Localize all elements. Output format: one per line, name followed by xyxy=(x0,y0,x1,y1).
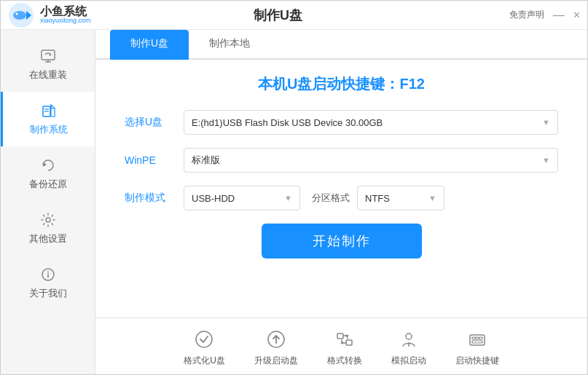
split-selects: USB-HDD ▼ 分区格式 NTFS ▼ xyxy=(184,186,558,210)
winpe-row: WinPE 标准版 ▼ xyxy=(125,148,558,173)
mode-label: 制作模式 xyxy=(125,192,172,205)
sidebar-item-about-us[interactable]: 关于我们 xyxy=(1,256,95,310)
simulate-boot-icon xyxy=(397,328,420,351)
partition-arrow: ▼ xyxy=(428,194,436,202)
sidebar-item-backup-restore[interactable]: 备份还原 xyxy=(1,146,95,201)
mode-partition-row: 制作模式 USB-HDD ▼ 分区格式 NTFS ▼ xyxy=(125,186,558,210)
titlebar: 小鱼系统 xiaoyuxitong.com 制作U盘 免责声明 — × xyxy=(1,1,587,30)
svg-point-23 xyxy=(406,333,412,339)
svg-point-1 xyxy=(13,11,26,20)
disclaimer-button[interactable]: 免责声明 xyxy=(509,9,544,21)
shortcut-text: 本机U盘启动快捷键： xyxy=(258,76,399,92)
svg-rect-26 xyxy=(472,337,475,339)
toolbar-label-format-usb: 格式化U盘 xyxy=(184,355,225,367)
svg-rect-4 xyxy=(42,50,55,60)
toolbar-simulate-boot[interactable]: 模拟启动 xyxy=(391,328,426,367)
main-layout: 在线重装 制作系统 备份还原 xyxy=(1,30,587,375)
toolbar-label-upgrade-boot: 升级启动盘 xyxy=(254,355,298,367)
svg-point-12 xyxy=(46,218,50,222)
select-usb-arrow: ▼ xyxy=(542,118,550,127)
toolbar-label-boot-shortcut: 启动快捷键 xyxy=(455,355,499,367)
make-system-icon xyxy=(40,102,58,119)
tab-make-usb[interactable]: 制作U盘 xyxy=(110,30,189,60)
close-button[interactable]: × xyxy=(573,9,580,22)
sidebar: 在线重装 制作系统 备份还原 xyxy=(1,30,95,375)
mode-value: USB-HDD xyxy=(192,193,235,204)
content-area: 制作U盘 制作本地 本机U盘启动快捷键：F12 选择U盘 E:(hd1)USB … xyxy=(95,30,587,375)
svg-rect-28 xyxy=(479,337,482,339)
about-icon xyxy=(39,266,57,283)
form-area: 本机U盘启动快捷键：F12 选择U盘 E:(hd1)USB Flash Disk… xyxy=(95,60,587,317)
svg-rect-25 xyxy=(470,335,485,345)
select-usb-dropdown[interactable]: E:(hd1)USB Flash Disk USB Device 30.00GB… xyxy=(184,110,558,135)
bottom-toolbar: 格式化U盘 升级启动盘 xyxy=(95,317,587,375)
svg-point-15 xyxy=(47,272,49,273)
winpe-label: WinPE xyxy=(125,154,172,166)
winpe-value: 标准版 xyxy=(192,154,220,167)
backup-restore-icon xyxy=(39,157,57,174)
minimize-button[interactable]: — xyxy=(553,9,565,22)
partition-label: 分区格式 xyxy=(312,192,350,205)
shortcut-key: F12 xyxy=(399,76,424,92)
sidebar-item-other-settings[interactable]: 其他设置 xyxy=(1,201,95,256)
toolbar-label-format-convert: 格式转换 xyxy=(327,355,362,367)
select-usb-row: 选择U盘 E:(hd1)USB Flash Disk USB Device 30… xyxy=(125,110,558,135)
select-usb-value: E:(hd1)USB Flash Disk USB Device 30.00GB xyxy=(192,117,383,128)
svg-marker-11 xyxy=(43,162,47,167)
toolbar-format-convert[interactable]: 格式转换 xyxy=(327,328,362,367)
settings-icon xyxy=(39,211,57,229)
toolbar-boot-shortcut[interactable]: 启动快捷键 xyxy=(455,328,499,367)
svg-rect-19 xyxy=(337,333,343,339)
sidebar-item-make-system[interactable]: 制作系统 xyxy=(1,92,95,146)
online-reinstall-icon xyxy=(39,47,57,65)
svg-point-16 xyxy=(196,331,212,347)
tab-make-local[interactable]: 制作本地 xyxy=(189,30,270,60)
format-convert-icon xyxy=(333,328,356,351)
toolbar-label-simulate-boot: 模拟启动 xyxy=(391,355,426,367)
svg-rect-29 xyxy=(472,341,482,343)
winpe-dropdown[interactable]: 标准版 ▼ xyxy=(184,148,558,173)
page-title: 制作U盘 xyxy=(47,7,509,24)
sidebar-label-online-reinstall: 在线重装 xyxy=(29,68,67,82)
toolbar-upgrade-boot[interactable]: 升级启动盘 xyxy=(254,328,298,367)
sidebar-label-backup-restore: 备份还原 xyxy=(29,178,67,191)
sidebar-label-make-system: 制作系统 xyxy=(30,123,68,136)
svg-rect-20 xyxy=(346,340,352,345)
start-button[interactable]: 开始制作 xyxy=(262,224,422,258)
sidebar-label-other-settings: 其他设置 xyxy=(29,232,67,245)
upgrade-boot-icon xyxy=(264,328,288,351)
sidebar-item-online-reinstall[interactable]: 在线重装 xyxy=(1,37,95,92)
select-usb-label: 选择U盘 xyxy=(125,116,172,129)
logo-icon xyxy=(8,2,34,28)
svg-rect-27 xyxy=(476,337,479,339)
mode-arrow: ▼ xyxy=(284,194,292,202)
boot-shortcut-icon xyxy=(466,328,489,351)
mode-dropdown[interactable]: USB-HDD ▼ xyxy=(184,186,300,210)
format-usb-icon xyxy=(192,328,216,351)
svg-point-3 xyxy=(16,12,18,15)
tab-bar: 制作U盘 制作本地 xyxy=(95,30,587,60)
toolbar-format-usb[interactable]: 格式化U盘 xyxy=(184,328,225,367)
partition-value: NTFS xyxy=(365,193,390,204)
titlebar-actions: 免责声明 — × xyxy=(509,9,580,22)
winpe-arrow: ▼ xyxy=(542,156,550,165)
partition-dropdown[interactable]: NTFS ▼ xyxy=(357,186,444,210)
sidebar-label-about-us: 关于我们 xyxy=(29,287,67,300)
partition-group: 分区格式 NTFS ▼ xyxy=(312,186,558,210)
shortcut-hint: 本机U盘启动快捷键：F12 xyxy=(125,74,558,94)
